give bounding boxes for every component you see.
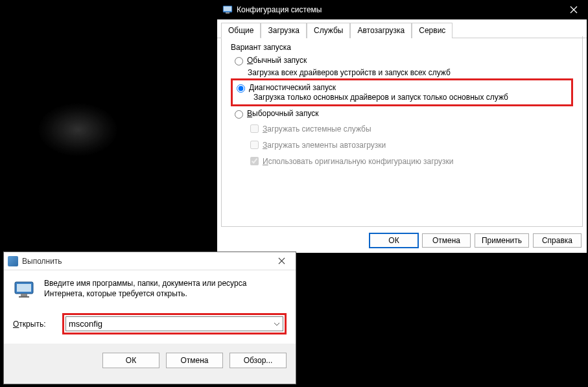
run-close-icon[interactable]: [271, 255, 292, 268]
run-body: Введите имя программы, папки, документа …: [4, 270, 296, 311]
run-open-row: Открыть: msconfig: [4, 311, 296, 344]
checkbox-load-startup: Загружать элементы автозагрузки: [248, 139, 573, 151]
checkbox-original-boot-input: [250, 157, 259, 165]
run-button-row: ОК Отмена Обзор...: [4, 344, 296, 377]
msconfig-button-row: ОК Отмена Применить Справка: [370, 233, 582, 248]
run-title: Выполнить: [22, 257, 271, 266]
tab-content-general: Вариант запуска Обычный запуск Загрузка …: [221, 36, 583, 227]
checkbox-load-services-input: [250, 124, 259, 133]
open-value: msconfig: [69, 319, 102, 329]
svg-rect-6: [19, 296, 29, 298]
checkbox-load-services: Загружать системные службы: [248, 123, 573, 135]
run-icon: [13, 278, 35, 300]
radio-diagnostic-label: Диагностический запуск: [249, 83, 336, 92]
checkbox-original-boot: Использовать оригинальную конфигурацию з…: [248, 155, 573, 167]
selective-sub-options: Загружать системные службы Загружать эле…: [248, 123, 573, 167]
tab-general[interactable]: Общие: [221, 23, 261, 38]
open-combobox[interactable]: msconfig: [65, 316, 283, 331]
msconfig-title: Конфигурация системы: [237, 5, 561, 14]
msconfig-titlebar[interactable]: Конфигурация системы: [217, 0, 587, 19]
run-cancel-button[interactable]: Отмена: [166, 353, 223, 368]
run-ok-button[interactable]: ОК: [102, 353, 159, 368]
svg-rect-1: [224, 6, 231, 11]
radio-diagnostic-desc: Загрузка только основных драйверов и зап…: [253, 93, 567, 102]
radio-selective-label: Выборочный запуск: [247, 109, 319, 118]
radio-diagnostic-input[interactable]: [237, 84, 245, 93]
radio-normal-desc: Загрузка всех драйверов устройств и запу…: [248, 68, 573, 77]
highlight-open-field: msconfig: [62, 313, 287, 334]
svg-rect-2: [226, 12, 229, 14]
open-label: Открыть:: [13, 320, 53, 329]
run-browse-button[interactable]: Обзор...: [229, 353, 287, 368]
run-titlebar[interactable]: Выполнить: [4, 252, 296, 270]
run-dialog: Выполнить Введите имя программы, папки, …: [3, 252, 296, 384]
msconfig-icon: [222, 5, 233, 15]
radio-normal-input[interactable]: [235, 57, 243, 65]
ok-button[interactable]: ОК: [370, 233, 418, 248]
chevron-down-icon[interactable]: [274, 320, 280, 327]
checkbox-load-startup-input: [250, 141, 259, 149]
desktop-background: [0, 0, 220, 253]
apply-button[interactable]: Применить: [475, 233, 529, 248]
tab-strip: Общие Загрузка Службы Автозагрузка Серви…: [217, 19, 587, 38]
svg-rect-4: [17, 284, 31, 292]
msconfig-window: Конфигурация системы Общие Загрузка Служ…: [217, 0, 587, 253]
radio-selective-startup[interactable]: Выборочный запуск: [235, 109, 573, 119]
close-icon[interactable]: [561, 0, 587, 19]
run-description: Введите имя программы, папки, документа …: [44, 278, 287, 300]
radio-normal-label: Обычный запуск: [247, 56, 307, 65]
help-button[interactable]: Справка: [533, 233, 582, 248]
radio-normal-startup[interactable]: Обычный запуск: [235, 56, 573, 65]
cancel-button[interactable]: Отмена: [422, 233, 471, 248]
startup-selection-label: Вариант запуска: [231, 43, 573, 52]
highlight-diagnostic: Диагностический запуск Загрузка только о…: [231, 78, 573, 106]
svg-rect-5: [21, 294, 27, 296]
radio-diagnostic-startup[interactable]: Диагностический запуск: [237, 83, 567, 93]
radio-selective-input[interactable]: [235, 110, 243, 119]
run-titlebar-icon: [8, 256, 18, 266]
